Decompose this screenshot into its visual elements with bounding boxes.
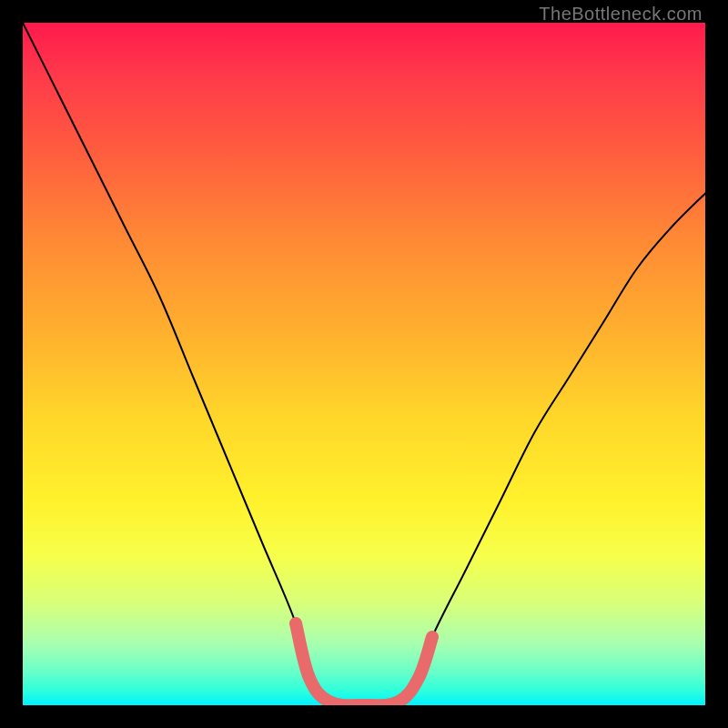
bottleneck-curve-line	[23, 23, 705, 705]
optimal-zone-highlight-line	[296, 623, 432, 705]
plot-area	[23, 23, 705, 705]
chart-frame: TheBottleneck.com	[0, 0, 728, 728]
watermark-text: TheBottleneck.com	[539, 4, 703, 25]
chart-svg	[23, 23, 705, 705]
